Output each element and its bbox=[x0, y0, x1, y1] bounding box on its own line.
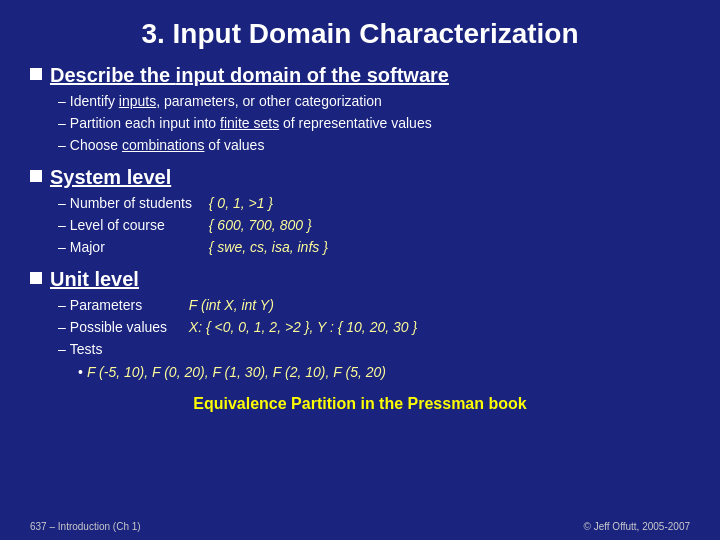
dash: – bbox=[58, 317, 66, 338]
tests-bullet: • F (-5, 10), F (0, 20), F (1, 30), F (2… bbox=[78, 362, 690, 383]
list-item: – Possible values X: { <0, 0, 1, 2, >2 }… bbox=[58, 317, 690, 338]
footer-left: 637 – Introduction (Ch 1) bbox=[30, 521, 141, 532]
item-label: Tests bbox=[70, 339, 103, 360]
section-system-header: System level bbox=[30, 166, 690, 189]
dash: – bbox=[58, 193, 66, 214]
section-describe-title: Describe the input domain of the softwar… bbox=[50, 64, 449, 87]
bullet-square-2 bbox=[30, 170, 42, 182]
item-value: { swe, cs, isa, infs } bbox=[209, 237, 328, 258]
dash: – bbox=[58, 113, 66, 134]
item-label: Level of course bbox=[70, 215, 205, 236]
list-item: – Parameters F (int X, int Y) bbox=[58, 295, 690, 316]
section-unit-header: Unit level bbox=[30, 268, 690, 291]
item-label: Number of students bbox=[70, 193, 205, 214]
list-item: – Major { swe, cs, isa, infs } bbox=[58, 237, 690, 258]
item-text: Choose combinations of values bbox=[70, 135, 265, 156]
dash: – bbox=[58, 237, 66, 258]
section-system: System level – Number of students { 0, 1… bbox=[30, 166, 690, 258]
section-system-items: – Number of students { 0, 1, >1 } – Leve… bbox=[58, 193, 690, 258]
item-label: Possible values bbox=[70, 317, 185, 338]
list-item: – Identify inputs, parameters, or other … bbox=[58, 91, 690, 112]
list-item: – Number of students { 0, 1, >1 } bbox=[58, 193, 690, 214]
dash: – bbox=[58, 215, 66, 236]
dash: – bbox=[58, 135, 66, 156]
dot: • bbox=[78, 362, 83, 383]
section-describe-header: Describe the input domain of the softwar… bbox=[30, 64, 690, 87]
bullet-square-1 bbox=[30, 68, 42, 80]
item-label: Parameters bbox=[70, 295, 185, 316]
dash: – bbox=[58, 91, 66, 112]
section-unit-title: Unit level bbox=[50, 268, 139, 291]
bullet-point-item: • F (-5, 10), F (0, 20), F (1, 30), F (2… bbox=[78, 362, 690, 383]
slide-title: 3. Input Domain Characterization bbox=[30, 18, 690, 50]
bullet-square-3 bbox=[30, 272, 42, 284]
item-value: { 0, 1, >1 } bbox=[209, 193, 273, 214]
slide: 3. Input Domain Characterization Describ… bbox=[0, 0, 720, 540]
section-unit-items: – Parameters F (int X, int Y) – Possible… bbox=[58, 295, 690, 383]
footer-highlight: Equivalence Partition in the Pressman bo… bbox=[30, 395, 690, 413]
item-value: { 600, 700, 800 } bbox=[209, 215, 312, 236]
section-describe-items: – Identify inputs, parameters, or other … bbox=[58, 91, 690, 156]
slide-footer: 637 – Introduction (Ch 1) © Jeff Offutt,… bbox=[30, 521, 690, 532]
item-label: Major bbox=[70, 237, 205, 258]
item-value: F (int X, int Y) bbox=[189, 295, 274, 316]
list-item: – Choose combinations of values bbox=[58, 135, 690, 156]
list-item: – Partition each input into finite sets … bbox=[58, 113, 690, 134]
footer-right: © Jeff Offutt, 2005-2007 bbox=[583, 521, 690, 532]
dash: – bbox=[58, 295, 66, 316]
section-unit: Unit level – Parameters F (int X, int Y)… bbox=[30, 268, 690, 383]
section-system-title: System level bbox=[50, 166, 171, 189]
item-text: Partition each input into finite sets of… bbox=[70, 113, 432, 134]
list-item: – Tests bbox=[58, 339, 690, 360]
item-text: Identify inputs, parameters, or other ca… bbox=[70, 91, 382, 112]
dash: – bbox=[58, 339, 66, 360]
list-item: – Level of course { 600, 700, 800 } bbox=[58, 215, 690, 236]
underline-input-domain: input domain bbox=[176, 64, 302, 86]
item-value: X: { <0, 0, 1, 2, >2 }, Y : { 10, 20, 30… bbox=[189, 317, 417, 338]
tests-value: F (-5, 10), F (0, 20), F (1, 30), F (2, … bbox=[87, 362, 386, 383]
section-describe: Describe the input domain of the softwar… bbox=[30, 64, 690, 156]
